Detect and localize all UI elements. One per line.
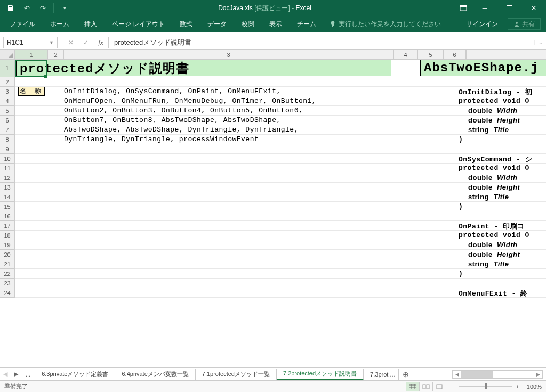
row-header[interactable]: 19	[0, 240, 15, 250]
signin-link[interactable]: サインイン	[459, 20, 505, 29]
col-header[interactable]: 6	[444, 50, 466, 59]
row-header[interactable]: 1	[0, 60, 15, 77]
cell-text: string Title	[468, 126, 509, 134]
row-header[interactable]: 22	[0, 269, 15, 279]
tab-view[interactable]: 表示	[263, 16, 288, 32]
view-layout-icon[interactable]	[419, 382, 433, 391]
scroll-thumb[interactable]	[461, 371, 493, 378]
tab-data[interactable]: データ	[201, 16, 233, 32]
row-header[interactable]: 2	[0, 77, 15, 87]
title-bar: ↶ ↷ ▾ DocJava.xls [保護ビュー] - Excel ─ ✕	[0, 0, 546, 16]
row-header[interactable]: 21	[0, 259, 15, 269]
row-header[interactable]: 13	[0, 183, 15, 192]
cell-text: double Height	[468, 183, 520, 192]
sheet-nav-next-icon[interactable]: ▶	[11, 369, 21, 380]
undo-icon[interactable]: ↶	[19, 1, 34, 15]
redo-icon[interactable]: ↷	[35, 1, 50, 15]
tab-file[interactable]: ファイル	[3, 16, 42, 32]
zoom-out-icon[interactable]: −	[453, 383, 456, 390]
ribbon-options-icon[interactable]	[454, 0, 472, 16]
row-header[interactable]: 15	[0, 202, 15, 211]
row-header[interactable]: 20	[0, 250, 15, 259]
status-ready: 準備完了	[4, 382, 28, 390]
row-header[interactable]: 10	[0, 154, 15, 164]
tab-review[interactable]: 校閲	[235, 16, 261, 32]
formula-bar: R1C1▼ ✕ ✓ fx protectedメソッド説明書 ⌄	[0, 36, 546, 50]
horizontal-scrollbar[interactable]: ◀ ▶	[452, 370, 543, 379]
cell-text: OnSysCommand - シ	[459, 154, 532, 164]
row-header[interactable]: 18	[0, 231, 15, 240]
cell-text: DynTriangle, DynTriangle, processWindowE…	[64, 135, 259, 143]
tab-formulas[interactable]: 数式	[173, 16, 199, 32]
spreadsheet-grid[interactable]: 123456 1protectedメソッド説明書AbsTwoEShape.j23…	[0, 50, 546, 368]
row-header[interactable]: 24	[0, 288, 15, 298]
row-header[interactable]: 14	[0, 192, 15, 202]
row-header[interactable]: 11	[0, 164, 15, 173]
row-header[interactable]: 7	[0, 125, 15, 135]
row-header[interactable]: 6	[0, 116, 15, 125]
tab-insert[interactable]: 挿入	[78, 16, 103, 32]
cell-text: OnMenuFExit - 終	[459, 289, 528, 298]
chevron-down-icon[interactable]: ▼	[49, 40, 54, 45]
sheet-tab[interactable]: 6.3privateメソッド定義書	[35, 369, 115, 380]
save-icon[interactable]	[3, 1, 18, 15]
cell-text: double Width	[468, 241, 517, 249]
col-header[interactable]: 5	[418, 50, 444, 59]
sheet-tab[interactable]: 6.4privateメンバ変数一覧	[115, 369, 195, 380]
scroll-right-icon[interactable]: ▶	[534, 371, 542, 378]
view-pagebreak-icon[interactable]	[432, 382, 446, 391]
status-bar: 準備完了 − + 100%	[0, 380, 546, 392]
expand-formula-icon[interactable]: ⌄	[534, 40, 546, 45]
column-headers: 123456	[0, 50, 546, 60]
minimize-icon[interactable]: ─	[472, 0, 497, 16]
cell-text: AbsTwoDShape, AbsTwoDShape, DynTriangle,…	[64, 126, 299, 134]
accept-formula-icon[interactable]: ✓	[78, 39, 93, 46]
row-header[interactable]: 5	[0, 106, 15, 116]
maximize-icon[interactable]	[497, 0, 521, 16]
formula-input[interactable]: protectedメソッド説明書	[111, 38, 534, 47]
qat-dropdown-icon[interactable]: ▾	[57, 1, 72, 15]
tab-home[interactable]: ホーム	[44, 16, 76, 32]
row-header[interactable]: 9	[0, 144, 15, 154]
col-header[interactable]: 4	[394, 50, 418, 59]
cell-text: protected void O	[459, 164, 529, 172]
cell-text: OnPaint - 印刷コ	[459, 222, 525, 231]
sheet-nav-first-icon[interactable]: ◀	[0, 369, 11, 380]
tell-me[interactable]: 実行したい作業を入力してください	[329, 20, 441, 29]
close-icon[interactable]: ✕	[521, 0, 546, 16]
cell-text: OnButton7, OnButton8, AbsTwoDShape, AbsT…	[64, 116, 281, 124]
row-header[interactable]: 16	[0, 211, 15, 221]
sheet-tab[interactable]: 7.1protectedメソッド一覧	[196, 369, 277, 380]
cell-text: string Title	[468, 260, 509, 268]
sheet-tab[interactable]: 7.2protectedメソッド説明書	[277, 369, 364, 380]
row-header[interactable]: 8	[0, 135, 15, 144]
cell-text: OnButton2, OnButton3, OnButton4, OnButto…	[64, 107, 303, 115]
row-header[interactable]: 12	[0, 173, 15, 183]
svg-rect-2	[507, 5, 512, 11]
share-button[interactable]: 共有	[508, 18, 541, 30]
zoom-in-icon[interactable]: +	[516, 383, 519, 390]
svg-rect-1	[460, 5, 467, 7]
col-header[interactable]: 3	[64, 50, 394, 59]
cell-text: )	[459, 202, 463, 210]
zoom-slider[interactable]	[459, 386, 512, 387]
zoom-value[interactable]: 100%	[527, 383, 542, 390]
cancel-formula-icon[interactable]: ✕	[63, 39, 78, 46]
scroll-left-icon[interactable]: ◀	[453, 371, 461, 378]
name-box[interactable]: R1C1▼	[3, 37, 58, 48]
cell-text: OnInitDialog - 初	[459, 87, 532, 97]
view-normal-icon[interactable]	[406, 382, 420, 391]
fx-icon[interactable]: fx	[93, 38, 108, 47]
select-all-corner[interactable]	[0, 50, 15, 59]
row-header[interactable]: 23	[0, 279, 15, 288]
row-header[interactable]: 4	[0, 96, 15, 106]
sheet-tab[interactable]: 7.3prot ...	[364, 369, 398, 380]
col-header[interactable]: 2	[48, 50, 64, 59]
add-sheet-icon[interactable]: ⊕	[399, 370, 413, 379]
sheet-nav-more[interactable]: ...	[21, 369, 35, 380]
row-header[interactable]: 3	[0, 87, 15, 96]
col-header[interactable]: 1	[15, 50, 48, 59]
tab-layout[interactable]: ページ レイアウト	[106, 16, 171, 32]
row-header[interactable]: 17	[0, 221, 15, 231]
tab-team[interactable]: チーム	[291, 16, 323, 32]
